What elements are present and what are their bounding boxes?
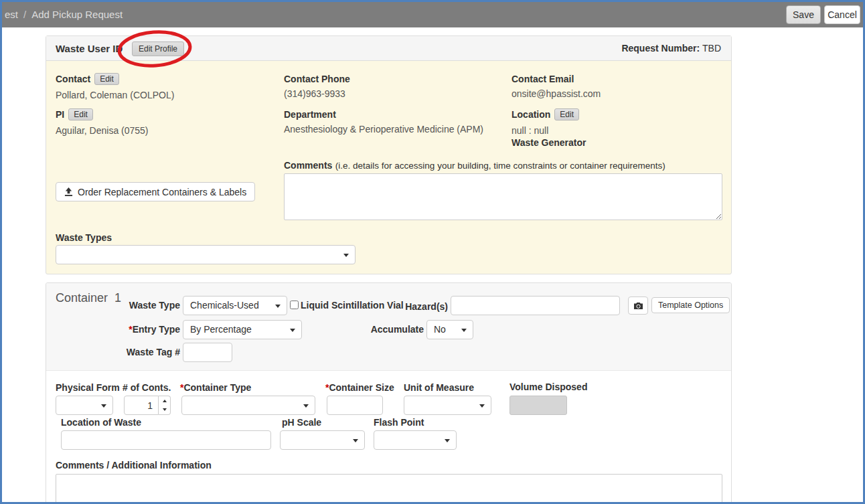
container-type-select[interactable] (181, 396, 315, 415)
caret-down-icon (479, 404, 485, 408)
waste-types-label: Waste Types (56, 232, 112, 243)
request-number: Request Number: TBD (621, 36, 721, 61)
flash-point-label: Flash Point (374, 417, 424, 428)
additional-comments-label: Comments / Additional Information (56, 460, 212, 471)
pi-edit-button[interactable]: Edit (68, 108, 93, 120)
physical-form-label: Physical Form (56, 382, 120, 393)
volume-disposed-input (509, 396, 567, 415)
unit-of-measure-select[interactable] (404, 396, 491, 415)
container-header-section: Container1 Waste Type Chemicals-Used Liq… (46, 283, 731, 371)
waste-type-value: Chemicals-Used (190, 300, 259, 311)
pi-label: PI (56, 109, 64, 120)
accumulate-value: No (434, 324, 446, 335)
comments-hint: (i.e. details for accessing your buildin… (335, 161, 665, 171)
hazards-input[interactable] (451, 296, 620, 315)
num-conts-label: # of Conts. (123, 382, 171, 393)
contact-phone-value: (314)963-9933 (284, 88, 345, 99)
profile-panel-body: ContactEdit Pollard, Coleman (COLPOL) PI… (46, 61, 731, 274)
caret-down-icon (290, 329, 295, 332)
num-conts-spinner (159, 396, 171, 415)
pi-value: Aguilar, Denisa (0755) (56, 125, 149, 136)
unit-of-measure-label: Unit of Measure (404, 382, 474, 393)
location-of-waste-input[interactable] (61, 430, 271, 450)
caret-down-icon (445, 439, 450, 442)
comments-field-label: Comments (i.e. details for accessing you… (284, 159, 665, 171)
num-conts-input[interactable] (124, 396, 159, 415)
caret-down-icon (353, 439, 358, 442)
save-button[interactable]: Save (786, 5, 821, 24)
breadcrumb: est/Add Pickup Request (5, 2, 123, 27)
container-size-label: *Container Size (325, 382, 394, 393)
container-type-label: *Container Type (180, 382, 251, 393)
panel-title: Waste User ID (56, 36, 123, 61)
spinner-down-icon[interactable] (159, 406, 170, 415)
location-label: Location (512, 109, 550, 120)
location-of-waste-label: Location of Waste (61, 417, 141, 428)
caret-down-icon (303, 404, 309, 408)
waste-user-profile-panel: Waste User ID Edit Profile Request Numbe… (46, 35, 732, 274)
caret-down-icon (101, 404, 106, 408)
profile-panel-header: Waste User ID Edit Profile Request Numbe… (46, 36, 731, 61)
order-replacement-label: Order Replacement Containers & Labels (78, 187, 246, 197)
contact-value: Pollard, Coleman (COLPOL) (56, 90, 174, 100)
contact-phone-label: Contact Phone (284, 74, 350, 84)
breadcrumb-current: Add Pickup Request (31, 9, 123, 20)
pi-field: PIEdit (56, 108, 93, 120)
container-panel: Container1 Waste Type Chemicals-Used Liq… (46, 282, 732, 504)
order-replacement-button[interactable]: Order Replacement Containers & Labels (56, 182, 255, 201)
camera-icon (633, 302, 643, 310)
request-number-value: TBD (702, 43, 721, 54)
waste-types-select[interactable] (56, 245, 356, 264)
request-number-label: Request Number: (621, 43, 700, 54)
waste-type-select[interactable]: Chemicals-Used (183, 296, 287, 315)
waste-generator-label: Waste Generator (512, 137, 586, 148)
flash-point-select[interactable] (374, 430, 457, 450)
additional-comments-textarea[interactable] (56, 474, 722, 504)
edit-profile-button[interactable]: Edit Profile (132, 41, 184, 56)
breadcrumb-separator: / (23, 9, 26, 20)
comments-label: Comments (284, 160, 332, 171)
cancel-button[interactable]: Cancel (824, 5, 860, 24)
department-label: Department (284, 109, 336, 120)
contact-label: Contact (56, 74, 90, 84)
entry-type-value: By Percentage (190, 324, 252, 335)
add-pickup-request-window: est/Add Pickup Request Save Cancel Waste… (0, 0, 865, 504)
ph-scale-label: pH Scale (282, 417, 321, 428)
upload-icon (64, 187, 73, 196)
breadcrumb-parent[interactable]: est (5, 9, 18, 20)
num-conts-stepper (124, 396, 171, 415)
comments-textarea[interactable] (284, 173, 722, 220)
caret-down-icon (461, 329, 467, 332)
container-size-input[interactable] (327, 396, 383, 415)
volume-disposed-label: Volume Disposed (509, 382, 587, 392)
caret-down-icon (343, 254, 349, 257)
hazards-label: Hazard(s) (388, 301, 448, 312)
container-title-text: Container (56, 291, 108, 305)
template-options-button[interactable]: Template Options (651, 297, 730, 313)
liquid-scintillation-vial-checkbox[interactable] (290, 301, 299, 309)
physical-form-select[interactable] (56, 396, 113, 415)
contact-email-value: onsite@hpassist.com (512, 88, 601, 99)
spinner-up-icon[interactable] (159, 396, 170, 406)
waste-type-label: Waste Type (120, 300, 180, 311)
container-title: Container1 (56, 291, 121, 305)
camera-button[interactable] (628, 297, 648, 315)
location-value: null : null (512, 125, 548, 136)
waste-tag-input[interactable] (183, 343, 232, 362)
contact-edit-button[interactable]: Edit (94, 73, 119, 85)
accumulate-select[interactable]: No (426, 320, 473, 339)
top-bar: est/Add Pickup Request Save Cancel (2, 2, 863, 27)
location-edit-button[interactable]: Edit (554, 108, 579, 120)
entry-type-label: *Entry Type (113, 324, 180, 335)
department-value: Anesthesiology & Perioperative Medicine … (284, 124, 483, 135)
contact-field: ContactEdit (56, 73, 119, 85)
caret-down-icon (275, 305, 281, 308)
waste-tag-label: Waste Tag # (113, 347, 180, 357)
contact-email-label: Contact Email (512, 74, 574, 84)
location-field: LocationEdit (512, 108, 579, 120)
accumulate-label: Accumulate (357, 324, 424, 335)
ph-scale-select[interactable] (280, 430, 365, 450)
entry-type-select[interactable]: By Percentage (183, 320, 302, 339)
